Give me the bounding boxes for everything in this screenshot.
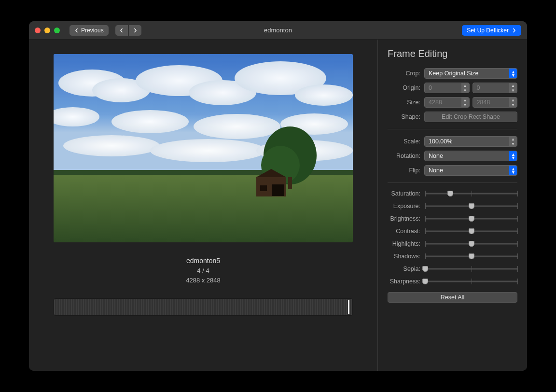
frame-editing-panel: Frame Editing Crop: Keep Original Size ▲… <box>377 40 527 371</box>
slider-label: Contrast: <box>388 228 420 235</box>
crop-label: Crop: <box>388 70 420 77</box>
slider-thumb[interactable] <box>447 191 453 196</box>
size-label: Size: <box>388 99 420 106</box>
preview-meta: edmonton5 4 / 4 4288 x 2848 <box>186 256 221 285</box>
slider[interactable] <box>425 278 517 285</box>
origin-y-field[interactable]: 0 ▲▼ <box>473 83 518 93</box>
slider-label: Saturation: <box>388 190 420 197</box>
stepper-icon[interactable]: ▲▼ <box>509 98 517 107</box>
reset-all-button[interactable]: Reset All <box>388 292 517 303</box>
slider-row: Highlights: <box>388 240 517 248</box>
close-icon[interactable] <box>35 28 41 33</box>
slider[interactable] <box>425 240 517 248</box>
slider-row: Saturation: <box>388 190 517 197</box>
preview-index: 4 / 4 <box>186 266 221 276</box>
crop-value: Keep Original Size <box>429 70 479 77</box>
minimize-icon[interactable] <box>44 28 50 33</box>
size-h-value: 2848 <box>477 99 490 106</box>
size-w-field[interactable]: 4288 ▲▼ <box>424 97 470 108</box>
svg-point-9 <box>194 114 280 139</box>
chevron-left-icon <box>74 28 79 33</box>
setup-deflicker-button[interactable]: Set Up Deflicker <box>462 25 521 36</box>
preview-filename: edmonton5 <box>186 256 221 266</box>
slider-row: Contrast: <box>388 227 517 235</box>
slider-thumb[interactable] <box>422 266 428 272</box>
rotation-value: None <box>429 153 443 159</box>
slider[interactable] <box>425 202 517 210</box>
preview-pane: edmonton5 4 / 4 4288 x 2848 <box>29 40 377 371</box>
setup-deflicker-label: Set Up Deflicker <box>467 27 509 34</box>
previous-button[interactable]: Previous <box>70 25 109 36</box>
slider-thumb[interactable] <box>469 203 474 209</box>
nav-segment <box>115 25 141 36</box>
slider[interactable] <box>425 227 517 235</box>
preview-image <box>54 54 353 242</box>
slider[interactable] <box>425 265 517 273</box>
slider-thumb[interactable] <box>469 241 474 247</box>
chevron-left-icon <box>119 28 124 33</box>
origin-label: Origin: <box>388 84 420 91</box>
slider-thumb[interactable] <box>469 228 474 234</box>
content-area: edmonton5 4 / 4 4288 x 2848 Frame Editin… <box>29 40 527 371</box>
slider[interactable] <box>425 215 517 223</box>
flip-value: None <box>429 167 443 174</box>
svg-rect-21 <box>260 185 267 191</box>
app-window: Previous edmonton Set Up Deflicker <box>29 21 527 371</box>
slider-label: Shadows: <box>388 253 420 260</box>
slider-label: Highlights: <box>388 240 420 247</box>
previous-label: Previous <box>81 27 104 34</box>
rotation-select[interactable]: None ▲▼ <box>424 151 517 161</box>
nav-back-button[interactable] <box>115 25 128 36</box>
svg-point-11 <box>63 135 160 156</box>
slider-thumb[interactable] <box>422 279 428 284</box>
slider[interactable] <box>425 190 517 197</box>
scale-label: Scale: <box>388 138 420 145</box>
preview-dimensions: 4288 x 2848 <box>186 276 221 285</box>
divider <box>388 182 517 183</box>
svg-point-12 <box>150 139 266 162</box>
slider-thumb[interactable] <box>469 216 474 222</box>
size-w-value: 4288 <box>429 99 442 106</box>
edit-crop-shape-button[interactable]: Edit Crop Rect Shape <box>424 112 517 122</box>
chevron-updown-icon: ▲▼ <box>511 70 515 77</box>
stepper-icon[interactable]: ▲▼ <box>461 98 469 107</box>
svg-rect-22 <box>272 184 284 196</box>
svg-rect-15 <box>54 175 353 242</box>
slider-label: Sepia: <box>388 266 420 272</box>
stepper-icon[interactable]: ▲▼ <box>509 137 517 146</box>
origin-x-field[interactable]: 0 ▲▼ <box>424 83 470 93</box>
crop-select[interactable]: Keep Original Size ▲▼ <box>424 68 517 79</box>
timeline-scrubber[interactable] <box>54 298 353 316</box>
traffic-lights <box>35 28 60 33</box>
shape-label: Shape: <box>388 113 420 120</box>
slider-row: Sepia: <box>388 265 517 273</box>
flip-select[interactable]: None ▲▼ <box>424 165 517 176</box>
shape-button-label: Edit Crop Rect Shape <box>442 113 500 120</box>
maximize-icon[interactable] <box>54 28 60 33</box>
svg-point-6 <box>295 84 353 106</box>
svg-rect-18 <box>288 177 292 189</box>
stepper-icon[interactable]: ▲▼ <box>461 83 469 93</box>
origin-x-value: 0 <box>429 84 432 91</box>
slider-thumb[interactable] <box>469 253 474 259</box>
sliders-group: Saturation:Exposure:Brightness:Contrast:… <box>388 190 517 285</box>
slider-label: Brightness: <box>388 215 420 222</box>
chevron-updown-icon: ▲▼ <box>511 168 515 174</box>
chevron-right-icon <box>133 28 138 33</box>
nav-forward-button[interactable] <box>129 25 141 36</box>
rotation-label: Rotation: <box>388 153 420 159</box>
slider-row: Sharpness: <box>388 278 517 285</box>
slider-row: Brightness: <box>388 215 517 223</box>
size-h-field[interactable]: 2848 ▲▼ <box>473 97 518 108</box>
slider-label: Sharpness: <box>388 278 420 285</box>
scale-field[interactable]: 100.00% ▲▼ <box>424 136 517 147</box>
scale-value: 100.00% <box>429 138 452 145</box>
origin-y-value: 0 <box>477 84 480 91</box>
stepper-icon[interactable]: ▲▼ <box>509 83 517 93</box>
chevron-updown-icon: ▲▼ <box>511 153 515 160</box>
slider[interactable] <box>425 252 517 260</box>
divider <box>388 129 517 129</box>
svg-point-8 <box>111 110 189 133</box>
chevron-right-icon <box>512 28 516 33</box>
reset-label: Reset All <box>441 294 464 301</box>
